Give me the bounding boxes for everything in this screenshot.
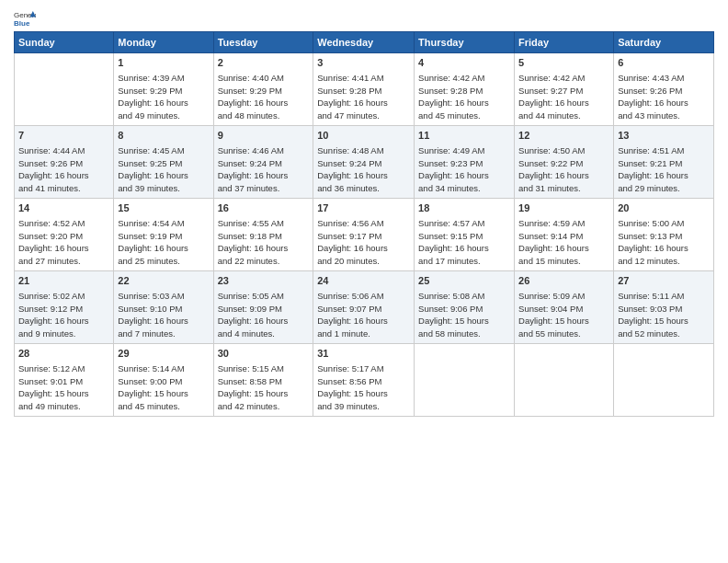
cell-info: and 36 minutes. (317, 182, 410, 195)
header-monday: Monday (114, 32, 213, 53)
cell-info: and 44 minutes. (518, 109, 609, 122)
cell-info: Daylight: 16 hours (118, 242, 209, 255)
cell-info: Sunrise: 5:08 AM (418, 290, 510, 303)
cell-info: and 47 minutes. (317, 109, 410, 122)
cell-info: Sunrise: 4:39 AM (118, 72, 209, 85)
cell-info: Daylight: 16 hours (618, 97, 710, 109)
day-number: 16 (218, 201, 310, 216)
cell-info: Daylight: 16 hours (118, 169, 209, 182)
cell-info: Daylight: 16 hours (218, 97, 310, 109)
cell-info: and 42 minutes. (218, 400, 310, 413)
cell-info: Daylight: 15 hours (618, 315, 710, 327)
cell-info: and 49 minutes. (118, 109, 209, 122)
header-tuesday: Tuesday (213, 32, 313, 53)
cell-info: and 37 minutes. (218, 182, 310, 195)
cell-info: Sunrise: 4:49 AM (418, 144, 510, 157)
day-number: 6 (618, 56, 710, 71)
day-number: 1 (118, 56, 209, 71)
calendar-cell: 29Sunrise: 5:14 AMSunset: 9:00 PMDayligh… (114, 344, 213, 417)
day-number: 18 (418, 201, 510, 216)
day-number: 20 (618, 201, 710, 216)
week-row-4: 21Sunrise: 5:02 AMSunset: 9:12 PMDayligh… (15, 271, 714, 344)
calendar-cell (515, 344, 614, 417)
cell-info: Sunset: 9:25 PM (118, 157, 209, 170)
calendar-cell: 5Sunrise: 4:42 AMSunset: 9:27 PMDaylight… (515, 53, 614, 126)
cell-info: and 4 minutes. (218, 327, 310, 340)
logo-icon: General Blue (14, 9, 36, 28)
calendar-cell (15, 53, 114, 126)
cell-info: Daylight: 16 hours (618, 169, 710, 182)
cell-info: and 58 minutes. (418, 327, 510, 340)
cell-info: Daylight: 15 hours (118, 387, 209, 400)
cell-info: and 55 minutes. (518, 327, 609, 340)
calendar-cell: 9Sunrise: 4:46 AMSunset: 9:24 PMDaylight… (213, 126, 313, 199)
day-number: 15 (118, 201, 209, 216)
cell-info: Sunset: 9:19 PM (118, 230, 209, 243)
cell-info: Sunrise: 4:41 AM (317, 72, 410, 85)
cell-info: Sunset: 9:17 PM (317, 230, 410, 243)
cell-info: and 1 minute. (317, 327, 410, 340)
cell-info: Sunset: 9:03 PM (618, 303, 710, 316)
calendar-cell: 12Sunrise: 4:50 AMSunset: 9:22 PMDayligh… (515, 126, 614, 199)
cell-info: and 52 minutes. (618, 327, 710, 340)
cell-info: Daylight: 15 hours (218, 387, 310, 400)
cell-info: Sunset: 9:29 PM (218, 85, 310, 98)
calendar-cell: 27Sunrise: 5:11 AMSunset: 9:03 PMDayligh… (614, 271, 714, 344)
cell-info: Sunrise: 4:57 AM (418, 217, 510, 230)
day-number: 23 (218, 274, 310, 289)
cell-info: Sunset: 9:13 PM (618, 230, 710, 243)
svg-text:Blue: Blue (14, 19, 30, 28)
cell-info: Sunset: 9:26 PM (618, 85, 710, 98)
cell-info: Sunrise: 4:52 AM (18, 217, 109, 230)
calendar-cell: 24Sunrise: 5:06 AMSunset: 9:07 PMDayligh… (313, 271, 415, 344)
cell-info: Sunrise: 5:15 AM (218, 362, 310, 375)
cell-info: Sunrise: 4:50 AM (518, 144, 609, 157)
cell-info: Sunset: 9:24 PM (317, 157, 410, 170)
calendar-cell: 7Sunrise: 4:44 AMSunset: 9:26 PMDaylight… (15, 126, 114, 199)
cell-info: Sunrise: 5:12 AM (18, 362, 109, 375)
cell-info: Daylight: 16 hours (518, 169, 609, 182)
cell-info: Sunrise: 4:40 AM (218, 72, 310, 85)
day-number: 31 (317, 347, 410, 362)
day-number: 19 (518, 201, 609, 216)
cell-info: Daylight: 16 hours (18, 242, 109, 255)
cell-info: Daylight: 16 hours (418, 169, 510, 182)
header-thursday: Thursday (415, 32, 515, 53)
cell-info: and 12 minutes. (618, 255, 710, 268)
cell-info: Sunrise: 4:44 AM (18, 144, 109, 157)
cell-info: and 29 minutes. (618, 182, 710, 195)
cell-info: Sunset: 9:23 PM (418, 157, 510, 170)
calendar-cell: 1Sunrise: 4:39 AMSunset: 9:29 PMDaylight… (114, 53, 213, 126)
cell-info: and 31 minutes. (518, 182, 609, 195)
cell-info: Sunset: 9:01 PM (18, 375, 109, 388)
cell-info: Sunset: 9:06 PM (418, 303, 510, 316)
cell-info: Daylight: 15 hours (18, 387, 109, 400)
cell-info: Sunset: 9:28 PM (317, 85, 410, 98)
cell-info: Sunrise: 5:05 AM (218, 290, 310, 303)
cell-info: Sunset: 9:18 PM (218, 230, 310, 243)
header-row: SundayMondayTuesdayWednesdayThursdayFrid… (15, 32, 714, 53)
cell-info: Daylight: 16 hours (317, 169, 410, 182)
cell-info: Daylight: 16 hours (518, 97, 609, 109)
cell-info: Daylight: 16 hours (418, 242, 510, 255)
cell-info: Daylight: 16 hours (118, 97, 209, 109)
day-number: 10 (317, 129, 410, 144)
calendar-cell (614, 344, 714, 417)
day-number: 27 (618, 274, 710, 289)
cell-info: and 25 minutes. (118, 255, 209, 268)
cell-info: Sunset: 9:27 PM (518, 85, 609, 98)
cell-info: and 45 minutes. (418, 109, 510, 122)
cell-info: and 7 minutes. (118, 327, 209, 340)
calendar-table: SundayMondayTuesdayWednesdayThursdayFrid… (14, 31, 714, 417)
cell-info: Daylight: 15 hours (317, 387, 410, 400)
cell-info: Sunset: 9:28 PM (418, 85, 510, 98)
logo: General Blue (14, 9, 36, 28)
cell-info: and 39 minutes. (118, 182, 209, 195)
cell-info: Sunset: 8:56 PM (317, 375, 410, 388)
day-number: 4 (418, 56, 510, 71)
day-number: 9 (218, 129, 310, 144)
cell-info: Daylight: 16 hours (218, 315, 310, 327)
day-number: 13 (618, 129, 710, 144)
cell-info: Sunrise: 4:43 AM (618, 72, 710, 85)
cell-info: Daylight: 16 hours (618, 242, 710, 255)
